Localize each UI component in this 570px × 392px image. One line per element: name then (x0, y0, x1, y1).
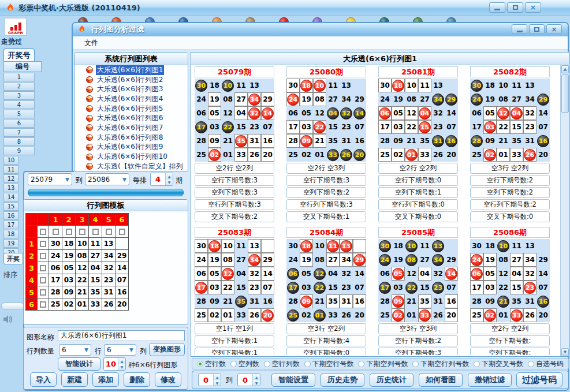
filter-option[interactable]: 下期交叉号数 (474, 359, 523, 369)
tree-item-chart-6[interactable]: 大乐透(6×6)行列图6 (74, 113, 188, 123)
table-row[interactable]: 13 (3, 184, 18, 192)
tree-item-chart-9[interactable]: 大乐透(6×6)行列图9 (74, 143, 188, 152)
bottom-button[interactable]: 如何看图 (419, 373, 463, 387)
radio-icon[interactable] (230, 361, 237, 367)
table-row[interactable]: 7 (3, 128, 35, 137)
table-row[interactable]: 1 (3, 73, 35, 81)
tree-item-chart-10[interactable]: 大乐透(6×6)行列图10 (74, 152, 188, 162)
toolbar-icon[interactable] (312, 17, 322, 22)
table-row[interactable]: 4 (3, 100, 35, 109)
toolbar-icon[interactable] (413, 17, 423, 22)
table-row[interactable]: 18 (3, 230, 18, 238)
row-checkbox[interactable] (40, 289, 46, 296)
radio-icon[interactable] (528, 361, 534, 367)
bottom-button[interactable]: 历史走势 (321, 373, 364, 387)
scrollbar-thumb[interactable] (561, 74, 569, 113)
toolbar-icon[interactable] (178, 17, 188, 22)
tree-item-chart-11[interactable]: 大乐透(【软件自定义】排列 (74, 162, 188, 171)
tree-item-chart-4[interactable]: 大乐透(6×6)行列图4 (74, 94, 188, 104)
tree-item-chart-1[interactable]: 大乐透(6×6)行列图1 (74, 65, 188, 75)
action-button[interactable]: 删除 (124, 372, 150, 387)
toolbar-icon[interactable] (346, 17, 356, 22)
row-checkbox[interactable] (40, 301, 46, 308)
graph-name-input[interactable]: 大乐透(6×6)行列图1 (58, 330, 185, 341)
radio-icon[interactable] (358, 361, 364, 367)
vertical-scrollbar[interactable]: ▲ ▼ (560, 65, 569, 356)
tree-item-chart-5[interactable]: 大乐透(6×6)行列图5 (74, 104, 188, 114)
column-checkbox[interactable] (53, 229, 59, 235)
row-checkbox[interactable] (40, 253, 46, 259)
filter-from-stepper[interactable]: 0 ▲▼ (198, 374, 221, 386)
radio-icon[interactable] (264, 361, 270, 367)
toolbar-icon[interactable] (212, 17, 222, 22)
design-count-stepper[interactable]: 10 ▲▼ (103, 357, 126, 371)
table-row[interactable]: 2 (3, 82, 35, 91)
toolbar-icon[interactable] (145, 17, 155, 22)
table-row[interactable]: 11 (3, 165, 18, 174)
tree-item-chart-7[interactable]: 大乐透(6×6)行列图7 (74, 123, 188, 133)
table-row[interactable]: 19 (3, 239, 18, 248)
close-icon[interactable]: × (546, 24, 562, 34)
bottom-button[interactable]: 历史统计 (370, 373, 413, 387)
radio-icon[interactable] (197, 361, 203, 367)
radio-icon[interactable] (474, 361, 480, 367)
toolbar-icon[interactable] (279, 17, 289, 22)
filter-to-stepper[interactable]: 0 ▲▼ (237, 374, 260, 386)
period-from-select[interactable]: 25079▼ (28, 173, 72, 185)
column-checkbox[interactable] (119, 229, 125, 235)
table-row[interactable]: 8 (3, 137, 35, 146)
action-button[interactable]: 导入 (30, 372, 57, 387)
row-checkbox[interactable] (40, 241, 46, 247)
table-row[interactable]: 14 (3, 193, 18, 201)
toolbar-icon[interactable] (379, 17, 389, 22)
tab-draw-numbers[interactable]: 开奖号 (3, 48, 35, 61)
row-checkbox[interactable] (40, 265, 46, 271)
toolbar-icon[interactable] (111, 17, 121, 22)
tree-item-chart-2[interactable]: 大乐透(6×6)行列图2 (74, 75, 188, 85)
cols-select[interactable]: 6▼ (104, 344, 136, 356)
filter-option[interactable]: 空行数 (197, 359, 226, 369)
filter-option[interactable]: 空行列数 (264, 359, 300, 369)
table-row[interactable]: 9 (3, 147, 35, 155)
period-to-select[interactable]: 25086▼ (85, 173, 129, 185)
table-row[interactable]: 6 (3, 119, 35, 128)
filter-option[interactable]: 下期空列号数 (358, 359, 408, 369)
toolbar-icon[interactable] (245, 17, 255, 22)
rows-select[interactable]: 6▼ (59, 344, 91, 356)
filter-option[interactable]: 自选号码 (528, 359, 564, 369)
transform-graph-button[interactable]: 变换图形 (149, 343, 185, 356)
filter-numbers-button[interactable]: 过滤号码 (516, 372, 562, 387)
filter-option[interactable]: 空列数 (230, 359, 259, 369)
table-row[interactable]: 10 (3, 156, 18, 165)
maximize-icon[interactable] (507, 2, 523, 13)
column-checkbox[interactable] (92, 229, 99, 235)
column-checkbox[interactable] (40, 229, 46, 235)
radio-icon[interactable] (304, 361, 311, 367)
table-row[interactable]: 15 (3, 202, 18, 211)
table-row[interactable]: 12 (3, 174, 18, 183)
tree-item-chart-3[interactable]: 大乐透(6×6)行列图3 (74, 84, 188, 94)
toolbar-icon[interactable] (78, 17, 88, 22)
table-row[interactable]: 3 (3, 91, 35, 100)
table-row[interactable]: 16 (3, 211, 18, 220)
per-row-stepper[interactable]: 4 ▲▼ (150, 173, 173, 186)
column-checkbox[interactable] (79, 229, 85, 235)
draw-button[interactable]: 开奖 (3, 253, 23, 264)
bottom-button[interactable]: 智能设置 (271, 373, 315, 387)
toolbar-icon[interactable] (446, 17, 456, 22)
tree-item-chart-8[interactable]: 大乐透(6×6)行列图8 (74, 133, 188, 143)
minimize-icon[interactable] (489, 2, 505, 13)
smart-design-button[interactable]: 智能设计 (58, 357, 100, 371)
maximize-icon[interactable] (529, 24, 545, 34)
column-checkbox[interactable] (106, 229, 112, 235)
bottom-button[interactable]: 撤销过滤 (468, 373, 512, 387)
radio-icon[interactable] (412, 361, 419, 367)
filter-option[interactable]: 下期空行列号数 (412, 359, 469, 369)
action-button[interactable]: 添加 (92, 372, 119, 387)
table-row[interactable]: 5 (3, 110, 35, 118)
trend-graph-icon[interactable]: GRAPH (5, 18, 27, 36)
scroll-up-icon[interactable]: ▲ (561, 65, 569, 73)
speaker-icon[interactable] (3, 315, 13, 324)
menu-file[interactable]: 文件 (81, 37, 102, 49)
minimize-icon[interactable] (512, 24, 527, 34)
